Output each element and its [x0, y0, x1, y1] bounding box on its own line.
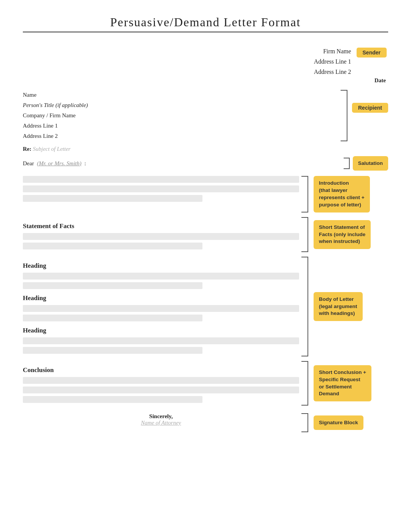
heading-1: Heading [23, 262, 299, 270]
short-statement-annotation: Short Statement of Facts (only include w… [314, 220, 371, 249]
re-label: Re: [23, 146, 32, 152]
re-line: Re: Subject of Letter [23, 146, 388, 152]
intro-line-2 [23, 185, 299, 192]
recipient-name: Name [23, 90, 338, 100]
h1-line-1 [23, 273, 299, 280]
sender-address1: Address Line 1 [314, 56, 351, 67]
date-label: Date [374, 77, 386, 84]
salutation-name: (Mr. or Mrs. Smith) [37, 160, 81, 166]
statement-of-facts-heading: Statement of Facts [23, 222, 299, 230]
recipient-address2: Address Line 2 [23, 131, 338, 141]
attorney-name-text: Name of Attorney [141, 420, 181, 426]
sender-block: Firm Name Address Line 1 Address Line 2 [314, 46, 351, 77]
heading-2: Heading [23, 294, 299, 302]
conc-line-2 [23, 387, 299, 393]
conclusion-heading: Conclusion [23, 366, 299, 374]
recipient-title: Person's Title (if applicable) [23, 100, 338, 110]
signature-annotation: Signature Block [314, 415, 363, 430]
conclusion-annotation: Short Conclusion + Specific Request or S… [314, 365, 371, 402]
salutation-line: Dear (Mr. or Mrs. Smith) : [23, 160, 86, 167]
conc-line-3 [23, 396, 202, 403]
sof-line-1 [23, 233, 299, 240]
h2-line-2 [23, 315, 202, 321]
heading-3: Heading [23, 327, 299, 334]
sender-address2: Address Line 2 [314, 67, 351, 77]
intro-line-1 [23, 176, 299, 183]
firm-name: Firm Name [314, 46, 351, 56]
recipient-badge: Recipient [352, 103, 388, 113]
sof-line-2 [23, 243, 202, 249]
h3-line-2 [23, 347, 202, 354]
recipient-block: Name Person's Title (if applicable) Comp… [23, 90, 338, 141]
h3-line-1 [23, 337, 299, 344]
page-title: Persuasive/Demand Letter Format [23, 15, 388, 32]
body-annotation: Body of Letter (legal argument with head… [314, 292, 363, 321]
salutation-annotation: Salutation [353, 156, 388, 171]
h2-line-1 [23, 305, 299, 312]
intro-line-3 [23, 195, 202, 202]
sender-badge: Sender [357, 48, 387, 58]
sincerely-text: Sincerely, [141, 413, 181, 420]
recipient-address1: Address Line 1 [23, 121, 338, 131]
h1-line-2 [23, 282, 202, 289]
conc-line-1 [23, 377, 299, 384]
signature-block: Sincerely, Name of Attorney [141, 413, 181, 432]
re-subject: Subject of Letter [33, 146, 70, 152]
introduction-annotation: Introduction (that lawyer represents cli… [314, 176, 370, 212]
recipient-company: Company / Firm Name [23, 110, 338, 121]
